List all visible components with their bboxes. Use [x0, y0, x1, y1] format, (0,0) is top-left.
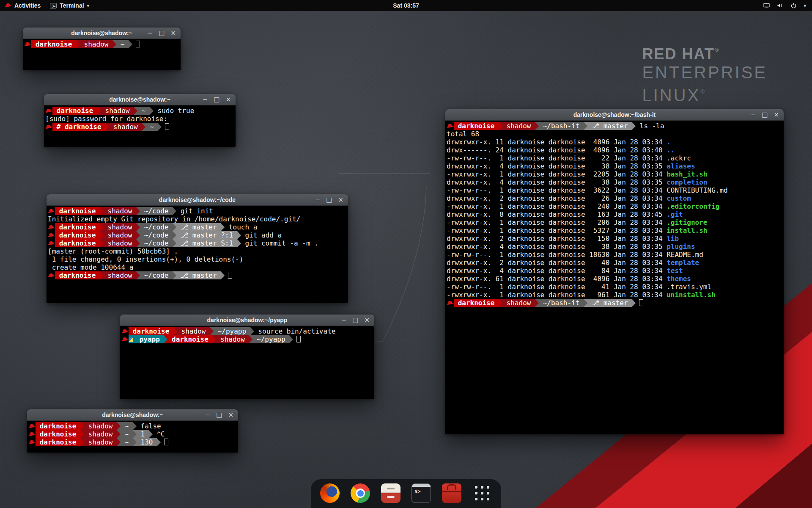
- prompt-segment: ⎇ master S:1: [176, 239, 237, 247]
- terminal-cursor: [164, 439, 168, 445]
- redhat-prompt-icon: [447, 299, 454, 307]
- terminal-cursor: [296, 336, 301, 342]
- redhat-prompt-icon: [48, 271, 55, 279]
- maximize-button[interactable]: □: [216, 412, 222, 418]
- terminal-line: darknoise shadow ~ 1 ^C: [28, 430, 237, 438]
- terminal-cursor: [165, 123, 169, 130]
- show-apps-icon[interactable]: [473, 484, 491, 502]
- terminal-content[interactable]: darknoise shadow ~ false darknoise shado…: [27, 421, 238, 453]
- terminal-text: install.sh: [667, 226, 707, 235]
- terminal-text: touch a: [225, 223, 257, 231]
- maximize-button[interactable]: □: [326, 197, 332, 203]
- terminal-icon[interactable]: $>: [411, 483, 431, 503]
- window-title: darknoise@shadow:~/bash-it: [573, 111, 656, 118]
- minimize-button[interactable]: −: [203, 97, 208, 103]
- activities-button[interactable]: Activities: [0, 0, 45, 11]
- app-menu-label: Terminal: [60, 2, 84, 9]
- titlebar[interactable]: darknoise@shadow:~ − □ ×: [23, 28, 181, 39]
- toolbox-icon[interactable]: [442, 483, 461, 503]
- powerline-separator: [134, 107, 137, 115]
- dash-dock: $>: [311, 479, 501, 508]
- powerline-separator: [584, 122, 587, 130]
- terminal-line: create mode 100644 a: [48, 263, 347, 271]
- terminal-text: 1 file changed, 0 insertions(+), 0 delet…: [48, 255, 243, 263]
- prompt-segment: darknoise: [55, 239, 100, 247]
- prompt-segment: shadow: [216, 335, 249, 343]
- close-button[interactable]: ×: [228, 412, 233, 418]
- prompt-segment: ~/code: [140, 271, 173, 279]
- powerline-separator: [173, 207, 176, 215]
- prompt-segment: ~/code: [140, 223, 173, 231]
- minimize-button[interactable]: −: [148, 30, 153, 36]
- prompt-segment: ⎇ master: [176, 271, 221, 279]
- close-button[interactable]: ×: [774, 112, 779, 118]
- minimize-button[interactable]: −: [341, 317, 347, 323]
- maximize-button[interactable]: □: [352, 317, 358, 323]
- terminal-content[interactable]: darknoise shadow ~/code git initInitiali…: [47, 206, 348, 303]
- close-button[interactable]: ×: [170, 30, 176, 36]
- prompt-segment: ⎇ master: [587, 122, 632, 130]
- close-button[interactable]: ×: [364, 317, 370, 323]
- maximize-button[interactable]: □: [214, 97, 219, 103]
- rhel-logo: RED HAT® ENTERPRISE LINUX®: [642, 41, 767, 105]
- powerline-separator: [133, 438, 137, 446]
- prompt-segment: # darknoise: [52, 123, 105, 131]
- redhat-prompt-icon: [48, 231, 55, 239]
- terminal-line: darknoise shadow ~/code git init: [48, 207, 347, 215]
- app-menu-terminal[interactable]: Terminal ▾: [45, 0, 94, 11]
- powerline-separator: [136, 239, 140, 247]
- prompt-segment: shadow: [104, 207, 136, 215]
- terminal-text: .: [667, 138, 671, 146]
- terminal-content[interactable]: darknoise shadow ~ sudo true[sudo] passw…: [44, 105, 236, 147]
- titlebar[interactable]: darknoise@shadow:~ − □ ×: [27, 409, 238, 421]
- maximize-button[interactable]: □: [159, 30, 165, 36]
- terminal-text: -rw-rw-r--. 1 darknoise darknoise 22 Jan…: [447, 154, 691, 162]
- display-icon: [763, 2, 770, 9]
- prompt-segment: shadow: [109, 123, 142, 131]
- powerline-separator: [133, 422, 137, 430]
- terminal-text: plugins: [667, 243, 695, 251]
- terminal-line: -rwxrwxr-x. 1 darknoise darknoise 2205 J…: [447, 170, 783, 178]
- terminal-window-exit-codes: darknoise@shadow:~ − □ × darknoise shado…: [27, 409, 238, 453]
- power-icon: [790, 2, 797, 9]
- close-button[interactable]: ×: [338, 197, 343, 203]
- prompt-segment: ~/code: [140, 231, 173, 239]
- terminal-line: drwxrwxr-x. 4 darknoise darknoise 38 Jan…: [447, 178, 783, 186]
- clock[interactable]: Sat 03:57: [393, 2, 419, 9]
- titlebar[interactable]: darknoise@shadow:~/pyapp − □ ×: [120, 315, 374, 326]
- terminal-content[interactable]: darknoise shadow ~/pyapp source bin/acti…: [120, 326, 374, 399]
- prompt-segment: shadow: [104, 223, 136, 231]
- prompt-segment: shadow: [502, 299, 535, 307]
- chrome-icon[interactable]: [351, 483, 370, 503]
- minimize-button[interactable]: −: [205, 412, 211, 418]
- prompt-segment: darknoise: [454, 299, 499, 307]
- terminal-content[interactable]: darknoise shadow ~/bash-it ⎇ master ls -…: [445, 121, 784, 434]
- terminal-line: total 68: [447, 130, 783, 138]
- close-button[interactable]: ×: [225, 97, 231, 103]
- firefox-icon[interactable]: [320, 483, 340, 503]
- titlebar[interactable]: darknoise@shadow:~/bash-it − □ ×: [445, 109, 784, 121]
- window-controls: − □ ×: [315, 194, 343, 205]
- prompt-segment: ~/bash-it: [539, 122, 584, 130]
- terminal-text: .editorconfig: [667, 202, 719, 210]
- files-icon[interactable]: [381, 483, 401, 503]
- window-title: darknoise@shadow:~: [102, 411, 163, 418]
- terminal-line: drwxrwxr-x. 4 darknoise darknoise 38 Jan…: [447, 243, 783, 251]
- titlebar[interactable]: darknoise@shadow:~ − □ ×: [44, 94, 236, 105]
- powerline-separator: [129, 40, 132, 48]
- terminal-line: -rw-rw-r--. 1 darknoise darknoise 18630 …: [447, 251, 783, 259]
- system-status-area[interactable]: ▾: [763, 2, 812, 9]
- prompt-segment: ~/pyapp: [214, 327, 250, 335]
- terminal-line: darknoise shadow ~/code ⎇ master S:1 git…: [48, 239, 347, 247]
- maximize-button[interactable]: □: [762, 112, 768, 118]
- minimize-button[interactable]: −: [315, 197, 321, 203]
- minimize-button[interactable]: −: [751, 112, 756, 118]
- prompt-segment: darknoise: [36, 422, 80, 430]
- terminal-line: drwxrwxr-x. 2 darknoise darknoise 40 Jan…: [447, 259, 783, 267]
- titlebar[interactable]: darknoise@shadow:~/code − □ ×: [47, 194, 348, 206]
- terminal-content[interactable]: darknoise shadow ~: [23, 39, 181, 70]
- prompt-segment: darknoise: [55, 271, 100, 279]
- powerline-separator: [80, 438, 84, 446]
- powerline-separator: [136, 207, 140, 215]
- terminal-text: drwxrwxr-x. 11 darknoise darknoise 4096 …: [447, 138, 667, 146]
